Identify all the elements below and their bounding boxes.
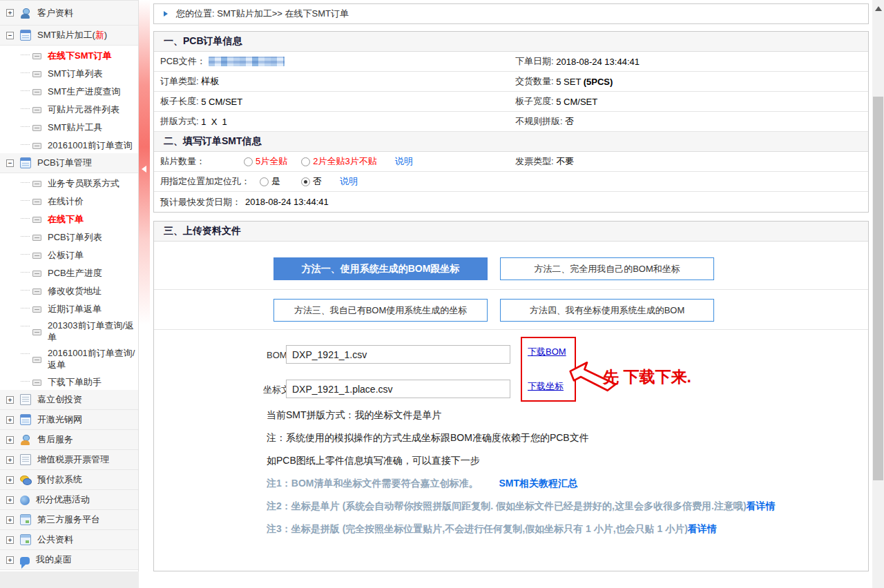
section-title-smt-info: 二、填写订单SMT信息 bbox=[154, 132, 868, 152]
sidebar-group-laser-stencil[interactable]: 开激光钢网 bbox=[0, 410, 138, 430]
locating-hole-label: 用指定位置加定位孔： bbox=[160, 175, 250, 188]
sidebar-item-smt-order-list[interactable]: SMT订单列表 bbox=[0, 63, 138, 81]
expand-plus-icon[interactable] bbox=[6, 536, 14, 544]
sidebar-group-points-promo[interactable]: 积分优惠活动 bbox=[0, 490, 138, 510]
list-item-icon bbox=[32, 380, 41, 386]
qty-pcs-value: (5PCS) bbox=[584, 77, 613, 87]
expand-plus-icon[interactable] bbox=[6, 416, 14, 424]
sidebar-item-online-smt-order[interactable]: 在线下SMT订单 bbox=[0, 46, 138, 63]
locating-hole-help-link[interactable]: 说明 bbox=[340, 175, 358, 188]
expand-plus-icon[interactable] bbox=[6, 396, 14, 404]
list-item-icon bbox=[32, 357, 41, 363]
note-2-details-link[interactable]: 看详情 bbox=[747, 500, 776, 511]
radio-label-paste-all-5[interactable]: 5片全贴 bbox=[256, 155, 287, 168]
smt-tutorials-link[interactable]: SMT相关教程汇总 bbox=[499, 478, 577, 489]
expand-plus-icon[interactable] bbox=[6, 496, 14, 504]
sidebar-item-online-quote[interactable]: 在线计价 bbox=[0, 191, 138, 209]
sidebar-group-label: 开激光钢网 bbox=[37, 413, 82, 426]
sidebar-group-label: 公共资料 bbox=[37, 533, 73, 546]
calendar-icon bbox=[20, 414, 31, 425]
expand-plus-icon[interactable] bbox=[6, 516, 14, 524]
sidebar-group-my-desktop[interactable]: 我的桌面 bbox=[0, 550, 138, 570]
bom-file-input[interactable] bbox=[286, 345, 510, 364]
invoice-type-label: 发票类型: bbox=[515, 155, 556, 168]
order-type-value: 样板 bbox=[201, 75, 219, 88]
sidebar-group-jlc-investment[interactable]: 嘉立创投资 bbox=[0, 390, 138, 410]
sidebar-group-smt-processing[interactable]: SMT贴片加工(新) bbox=[0, 26, 138, 46]
chat-icon bbox=[20, 557, 30, 565]
expand-plus-icon[interactable] bbox=[6, 556, 14, 564]
paste-qty-help-link[interactable]: 说明 bbox=[395, 155, 413, 168]
sidebar-group-public-resources[interactable]: 公共资料 bbox=[0, 530, 138, 550]
sidebar-item-change-address[interactable]: 修改收货地址 bbox=[0, 281, 138, 299]
note-2: 注2：坐标是单片 (系统会自动帮你按照拼版间距复制. 假如坐标文件已经是拼好的,… bbox=[267, 500, 854, 523]
method3-button[interactable]: 方法三、我自已有BOM使用系统生成的坐标 bbox=[273, 299, 488, 322]
collapse-sidebar-arrow-icon[interactable] bbox=[142, 166, 146, 173]
sidebar-group-label: PCB订单管理 bbox=[37, 157, 92, 169]
expand-plus-icon[interactable] bbox=[6, 476, 14, 484]
radio-hole-no[interactable] bbox=[301, 177, 310, 186]
qty-label: 交货数量: bbox=[515, 75, 556, 88]
sidebar-item-pcb-order-list[interactable]: PCB订单列表 bbox=[0, 227, 138, 245]
sidebar-item-pre-20161001-reorder[interactable]: 20161001前订单查询/返单 bbox=[0, 344, 138, 372]
sidebar-item-pcb-progress[interactable]: PCB生产进度 bbox=[0, 263, 138, 281]
document-icon bbox=[20, 394, 31, 405]
expand-plus-icon[interactable] bbox=[6, 436, 14, 444]
sidebar-item-pre-20161001-orders[interactable]: 20161001前订单查询 bbox=[0, 135, 138, 153]
sidebar-group-after-sales[interactable]: 售后服务 bbox=[0, 430, 138, 450]
sidebar-item-component-list[interactable]: 可贴片元器件列表 bbox=[0, 99, 138, 117]
note-system-accuracy: 注：系统使用的模拟操作的方式生成坐标跟BOM准确度依赖于您的PCB文件 bbox=[267, 432, 854, 455]
radio-label-paste-2-of-5[interactable]: 2片全贴3片不贴 bbox=[313, 155, 376, 168]
irregular-panel-value: 否 bbox=[565, 115, 574, 128]
radio-label-hole-no[interactable]: 否 bbox=[313, 175, 322, 188]
list-item-icon bbox=[32, 107, 41, 113]
vertical-scrollbar[interactable] bbox=[872, 0, 884, 588]
radio-hole-yes[interactable] bbox=[260, 177, 269, 186]
info-row-pcbfile-date: PCB文件： 下单日期: 2018-08-24 13:44:41 bbox=[154, 52, 868, 72]
scrollbar-thumb[interactable] bbox=[873, 97, 883, 480]
download-bom-link[interactable]: 下载BOM bbox=[528, 346, 569, 358]
smt-row-locating-hole: 用指定位置加定位孔： 是 否 说明 bbox=[154, 172, 868, 192]
method4-button[interactable]: 方法四、我有坐标使用系统生成的BOM bbox=[500, 299, 714, 322]
sidebar-group-pcb-order-mgmt[interactable]: PCB订单管理 bbox=[0, 153, 138, 173]
sidebar-item-specialist-contact[interactable]: 业务专员联系方式 bbox=[0, 173, 138, 191]
sidebar-item-public-board-order[interactable]: 公板订单 bbox=[0, 245, 138, 263]
method1-button[interactable]: 方法一、使用系统生成的BOM跟坐标 bbox=[273, 257, 488, 280]
radio-label-hole-yes[interactable]: 是 bbox=[271, 175, 280, 188]
sidebar-group-vat-invoice[interactable]: 增值税票开票管理 bbox=[0, 450, 138, 470]
sidebar-item-pre-201303-orders[interactable]: 201303前订单查询/返单 bbox=[0, 317, 138, 344]
method2-button[interactable]: 方法二、完全用我自己的BOM和坐标 bbox=[500, 257, 714, 280]
invoice-type-value: 不要 bbox=[556, 155, 574, 168]
expand-plus-icon[interactable] bbox=[6, 456, 14, 464]
person-icon bbox=[20, 434, 31, 445]
sidebar-group-label: 客户资料 bbox=[37, 7, 73, 19]
list-item-icon bbox=[32, 89, 41, 95]
balloon-icon bbox=[20, 496, 30, 505]
sidebar-group-third-party[interactable]: 第三方服务平台 bbox=[0, 510, 138, 530]
radio-paste-2-of-5[interactable] bbox=[301, 157, 310, 166]
collapse-minus-icon[interactable] bbox=[6, 32, 14, 39]
annotation-text: 先 下载下来. bbox=[603, 366, 691, 388]
info-row-type-qty: 订单类型: 样板 交货数量: 5 SET (5PCS) bbox=[154, 72, 868, 92]
sidebar-item-online-order[interactable]: 在线下单 bbox=[0, 209, 138, 227]
smt-row-ship-date: 预计最快发货日期： 2018-08-24 13:44:41 bbox=[154, 192, 868, 212]
note-current-panel-mode: 当前SMT拼版方式：我的坐标文件是单片 bbox=[267, 409, 854, 432]
coord-file-input[interactable] bbox=[286, 380, 510, 398]
paste-qty-label: 贴片数量： bbox=[160, 155, 205, 168]
irregular-panel-label: 不规则拼版: bbox=[515, 115, 565, 128]
sidebar-item-smt-progress[interactable]: SMT生产进度查询 bbox=[0, 81, 138, 99]
sidebar-item-smt-tools[interactable]: SMT贴片工具 bbox=[0, 117, 138, 135]
radio-paste-all-5[interactable] bbox=[244, 157, 253, 166]
sidebar-group-customer-data[interactable]: 客户资料 bbox=[0, 1, 138, 26]
note-3-details-link[interactable]: 看详情 bbox=[688, 523, 717, 534]
breadcrumb-arrow-icon bbox=[164, 11, 171, 17]
collapse-minus-icon[interactable] bbox=[6, 159, 14, 167]
scroll-up-arrow-icon[interactable] bbox=[875, 3, 882, 11]
expand-plus-icon[interactable] bbox=[6, 9, 14, 17]
calendar-icon bbox=[20, 157, 31, 168]
sidebar-item-download-order-helper[interactable]: 下载下单助手 bbox=[0, 372, 138, 390]
order-date-value: 2018-08-24 13:44:41 bbox=[556, 57, 640, 67]
download-coord-link[interactable]: 下载坐标 bbox=[528, 380, 569, 393]
sidebar-group-prepayment[interactable]: 预付款系统 bbox=[0, 470, 138, 490]
sidebar-item-recent-reorder[interactable]: 近期订单返单 bbox=[0, 299, 138, 317]
